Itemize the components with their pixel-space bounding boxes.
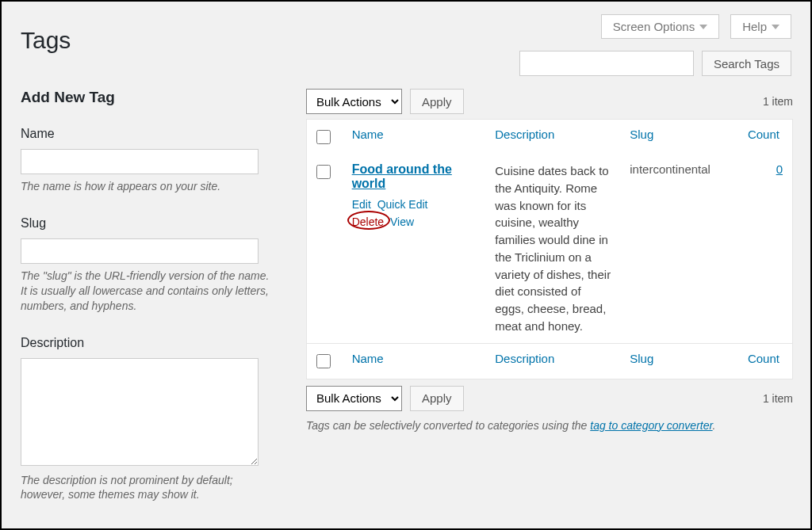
apply-button-top[interactable]: Apply — [410, 89, 464, 114]
help-button[interactable]: Help — [730, 14, 791, 39]
screen-options-button[interactable]: Screen Options — [601, 14, 719, 39]
name-label: Name — [21, 127, 290, 141]
select-all-top[interactable] — [316, 130, 331, 144]
apply-button-bottom[interactable]: Apply — [410, 386, 464, 411]
col-name-foot[interactable]: Name — [343, 343, 486, 379]
slug-input[interactable] — [21, 238, 259, 264]
item-count-bottom: 1 item — [763, 392, 793, 405]
name-help: The name is how it appears on your site. — [21, 179, 274, 194]
slug-help: The "slug" is the URL-friendly version o… — [21, 269, 274, 314]
slug-label: Slug — [21, 216, 290, 231]
col-name[interactable]: Name — [343, 120, 486, 155]
add-new-tag-heading: Add New Tag — [21, 89, 290, 106]
item-count-top: 1 item — [763, 95, 793, 108]
search-tags-button[interactable]: Search Tags — [702, 51, 791, 76]
col-slug-foot[interactable]: Slug — [620, 343, 738, 379]
select-all-bottom[interactable] — [316, 354, 331, 368]
row-title-link[interactable]: Food around the world — [352, 162, 477, 191]
bulk-actions-select-top[interactable]: Bulk Actions — [306, 89, 402, 114]
footer-note: Tags can be selectively converted to cat… — [306, 419, 793, 432]
description-label: Description — [21, 336, 290, 350]
help-label: Help — [742, 20, 767, 33]
bulk-actions-select-bottom[interactable]: Bulk Actions — [306, 386, 402, 411]
table-row: Food around the world Edit Quick Edit De… — [307, 154, 793, 343]
search-input[interactable] — [519, 51, 694, 76]
col-slug[interactable]: Slug — [620, 120, 738, 155]
name-input[interactable] — [21, 149, 259, 174]
screen-options-label: Screen Options — [613, 20, 695, 33]
row-description: Cuisine dates back to the Antiquity. Rom… — [495, 162, 611, 335]
col-description-foot[interactable]: Description — [485, 343, 620, 379]
edit-link[interactable]: Edit — [352, 198, 371, 211]
row-slug: intercontinental — [630, 162, 729, 176]
delete-link[interactable]: Delete — [352, 215, 384, 228]
col-count[interactable]: Count — [738, 120, 793, 155]
chevron-down-icon — [772, 25, 779, 29]
row-count-link[interactable]: 0 — [748, 162, 783, 176]
description-help: The description is not prominent by defa… — [21, 473, 274, 503]
row-checkbox[interactable] — [316, 165, 331, 179]
description-textarea[interactable] — [21, 358, 259, 466]
tag-to-category-converter-link[interactable]: tag to category converter — [590, 419, 712, 432]
col-count-foot[interactable]: Count — [738, 343, 793, 379]
quick-edit-link[interactable]: Quick Edit — [377, 198, 428, 211]
col-description[interactable]: Description — [485, 120, 620, 155]
chevron-down-icon — [699, 25, 707, 29]
view-link[interactable]: View — [390, 215, 414, 228]
